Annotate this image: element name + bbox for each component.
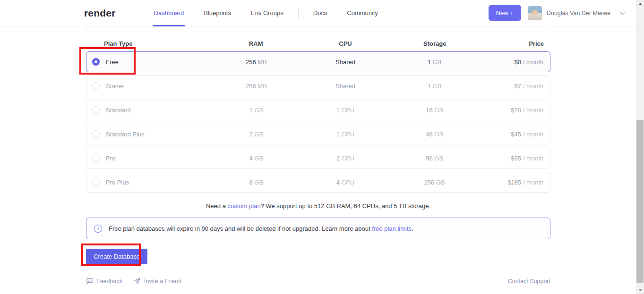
contact-support-link[interactable]: Contact Support	[508, 278, 550, 285]
feedback-icon	[86, 277, 93, 285]
feedback-link[interactable]: Feedback	[86, 277, 122, 285]
plan-cpu: 1 CPU	[301, 131, 390, 138]
header-price: Price	[480, 40, 550, 47]
free-plan-banner: i Free plan databases will expire in 90 …	[86, 218, 550, 239]
header-storage: Storage	[390, 40, 480, 47]
plan-name: Starter	[106, 83, 124, 90]
plan-storage: 1 GB	[390, 59, 479, 66]
plan-row[interactable]: Starter 256 MB Shared 1 GB $7 / month	[86, 76, 550, 96]
header-right: New + Douglas Van Der Merwe	[489, 5, 627, 21]
banner-text: Free plan databases will expire in 90 da…	[109, 225, 370, 232]
plan-storage: 1 GB	[390, 83, 479, 90]
plan-row[interactable]: Standard Plus 2 GB 1 CPU 48 GB $45 / mon…	[86, 124, 550, 144]
plan-table-header: Plan Type RAM CPU Storage Price	[86, 40, 550, 47]
plan-radio[interactable]	[92, 178, 100, 186]
main-content: Plan Type RAM CPU Storage Price Free 256…	[86, 27, 550, 285]
plan-radio[interactable]	[92, 106, 100, 114]
plan-ram: 1 GB	[212, 107, 301, 114]
main-nav: Dashboard Blueprints Env Groups Docs Com…	[144, 0, 388, 26]
plan-name: Pro Plus	[106, 179, 129, 186]
plan-ram: 256 MB	[212, 59, 301, 66]
info-icon: i	[94, 225, 102, 233]
nav-community[interactable]: Community	[337, 0, 388, 26]
plan-name: Pro	[106, 155, 115, 162]
plan-ram: 4 GB	[212, 155, 301, 162]
plan-storage: 16 GB	[390, 107, 479, 114]
plan-row[interactable]: Pro Plus 8 GB 4 CPU 256 GB $185 / month	[86, 172, 550, 193]
plan-cpu: Shared	[301, 83, 390, 90]
header-ram: RAM	[211, 40, 301, 47]
invite-friend-link[interactable]: Invite a Friend	[134, 277, 181, 285]
plan-storage: 256 GB	[390, 179, 479, 186]
plan-cpu: 4 CPU	[301, 179, 390, 186]
nav-env-groups[interactable]: Env Groups	[241, 0, 293, 26]
scrollbar-thumb[interactable]	[636, 120, 644, 283]
chevron-down-icon[interactable]	[620, 9, 625, 15]
nav-divider	[298, 8, 299, 18]
paper-plane-icon	[134, 277, 141, 285]
scrollbar-down-arrow[interactable]	[636, 286, 644, 294]
plan-price: $95 / month	[479, 155, 550, 162]
plan-radio[interactable]	[92, 58, 100, 66]
custom-plan-note: Need a custom plan? We support up to 512…	[86, 202, 550, 210]
plan-ram: 2 GB	[212, 131, 301, 138]
plan-cpu: 1 CPU	[301, 107, 390, 114]
scrollbar[interactable]	[636, 0, 644, 294]
new-button[interactable]: New +	[489, 5, 521, 21]
top-navbar: render Dashboard Blueprints Env Groups D…	[0, 0, 636, 26]
create-database-button[interactable]: Create Database	[86, 249, 147, 264]
render-logo[interactable]: render	[84, 8, 116, 19]
plan-cpu: Shared	[301, 59, 390, 66]
custom-plan-prefix: Need a	[206, 202, 228, 210]
plan-row[interactable]: Pro 4 GB 2 CPU 96 GB $95 / month	[86, 148, 550, 168]
banner-suffix: .	[412, 225, 413, 232]
plan-storage: 96 GB	[390, 155, 479, 162]
plan-radio[interactable]	[92, 154, 100, 162]
free-plan-limits-link[interactable]: free plan limits	[372, 225, 412, 232]
nav-dashboard[interactable]: Dashboard	[144, 0, 194, 26]
plan-table-body: Free 256 MB Shared 1 GB $0 / month Start…	[86, 51, 550, 193]
plan-price: $0 / month	[479, 59, 550, 66]
avatar[interactable]	[528, 6, 542, 20]
nav-blueprints[interactable]: Blueprints	[194, 0, 241, 26]
nav-docs[interactable]: Docs	[303, 0, 337, 26]
custom-plan-suffix: ? We support up to 512 GB RAM, 64 CPUs, …	[261, 202, 430, 210]
plan-ram: 256 MB	[212, 83, 301, 90]
plan-price: $185 / month	[479, 179, 550, 186]
invite-friend-label: Invite a Friend	[144, 278, 181, 285]
plan-row[interactable]: Free 256 MB Shared 1 GB $0 / month	[86, 51, 550, 72]
plan-name: Free	[106, 59, 119, 66]
plan-row[interactable]: Standard 1 GB 1 CPU 16 GB $20 / month	[86, 100, 550, 120]
scrollbar-up-arrow[interactable]	[636, 0, 644, 8]
plan-cpu: 2 CPU	[301, 155, 390, 162]
custom-plan-link[interactable]: custom plan	[228, 202, 261, 210]
plan-radio[interactable]	[92, 130, 100, 138]
plan-name: Standard Plus	[106, 131, 145, 138]
plan-name: Standard	[106, 107, 131, 114]
header-cpu: CPU	[301, 40, 390, 47]
plan-ram: 8 GB	[212, 179, 301, 186]
header-plan-type: Plan Type	[86, 40, 211, 47]
page-footer: Feedback Invite a Friend Contact Support	[86, 277, 550, 285]
plan-radio[interactable]	[92, 82, 100, 90]
plan-price: $45 / month	[479, 131, 550, 138]
plan-price: $20 / month	[479, 107, 550, 114]
plan-storage: 48 GB	[390, 131, 479, 138]
feedback-label: Feedback	[96, 278, 122, 285]
plan-price: $7 / month	[479, 83, 550, 90]
user-name[interactable]: Douglas Van Der Merwe	[547, 10, 610, 17]
previous-card-cutoff	[86, 27, 550, 31]
